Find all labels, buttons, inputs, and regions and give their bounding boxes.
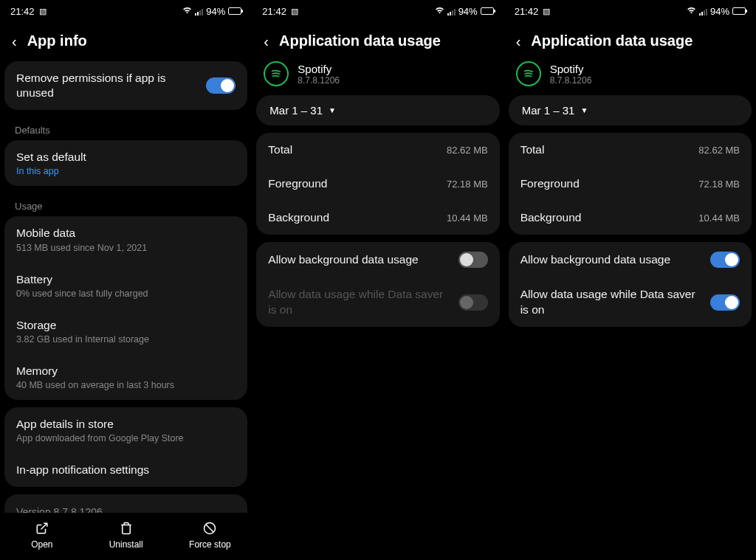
wifi-icon (435, 7, 444, 15)
in-app-notif-label: In-app notification settings (16, 463, 236, 477)
total-label: Total (268, 142, 292, 157)
chevron-down-icon: ▼ (329, 106, 336, 114)
background-label: Background (520, 210, 582, 225)
app-version: 8.7.8.1206 (550, 75, 592, 86)
date-range-label: Mar 1 – 31 (269, 104, 323, 117)
battery-sub: 0% used since last fully charged (16, 288, 236, 299)
total-value: 82.62 MB (447, 145, 488, 156)
usage-section-label: Usage (4, 193, 247, 216)
defaults-section-label: Defaults (4, 117, 247, 140)
status-bar: 21:42 ▧ 94% (0, 0, 252, 22)
app-identity: Spotify 8.7.8.1206 (252, 61, 504, 95)
total-label: Total (520, 142, 545, 157)
in-app-notif-row[interactable]: In-app notification settings (4, 453, 247, 487)
battery-pct: 94% (458, 6, 478, 17)
set-default-label: Set as default (16, 150, 236, 165)
force-stop-icon (203, 520, 216, 536)
image-icon: ▧ (543, 7, 550, 16)
app-identity: Spotify 8.7.8.1206 (504, 61, 756, 95)
page-title: Application data usage (279, 32, 441, 49)
screen-data-usage-off: 21:42 ▧ 94% ‹ Application data usage Spo… (252, 0, 504, 560)
background-value: 10.44 MB (447, 212, 488, 224)
battery-pct: 94% (206, 6, 225, 17)
allow-bg-row[interactable]: Allow background data usage (256, 242, 499, 277)
foreground-label: Foreground (520, 176, 580, 191)
uninstall-button[interactable]: Uninstall (93, 520, 159, 550)
remove-permissions-row[interactable]: Remove permissions if app is unused (4, 61, 247, 110)
status-time: 21:42 (515, 6, 539, 17)
background-row: Background 10.44 MB (256, 201, 499, 235)
memory-sub: 40 MB used on average in last 3 hours (16, 380, 236, 390)
allow-bg-label: Allow background data usage (520, 252, 670, 267)
date-range-selector[interactable]: Mar 1 – 31 ▼ (256, 95, 499, 125)
wifi-icon (687, 7, 696, 15)
allow-bg-row[interactable]: Allow background data usage (509, 242, 752, 277)
spotify-icon (516, 61, 541, 86)
uninstall-label: Uninstall (109, 539, 143, 550)
app-version: 8.7.8.1206 (298, 75, 340, 86)
screen-app-info: 21:42 ▧ 94% ‹ App info Remove permission… (0, 0, 252, 560)
open-icon (35, 520, 49, 536)
back-icon[interactable]: ‹ (516, 34, 521, 49)
remove-permissions-toggle[interactable] (206, 77, 236, 94)
version-label: Version 8.7.8.1206 (4, 494, 247, 513)
app-name: Spotify (550, 63, 592, 75)
signal-icon (699, 7, 707, 15)
foreground-row: Foreground 72.18 MB (256, 167, 499, 201)
back-icon[interactable]: ‹ (12, 34, 17, 49)
page-title: Application data usage (531, 32, 693, 49)
status-time: 21:42 (10, 6, 35, 17)
background-label: Background (268, 210, 329, 225)
set-default-sub: In this app (16, 166, 236, 176)
battery-row[interactable]: Battery 0% used since last fully charged (4, 263, 247, 308)
image-icon: ▧ (39, 7, 47, 16)
signal-icon (195, 7, 203, 15)
status-bar: 21:42 ▧ 94% (504, 0, 756, 22)
allow-bg-toggle[interactable] (458, 252, 488, 268)
allow-ds-row[interactable]: Allow data usage while Data saver is on (509, 277, 752, 326)
page-title: App info (27, 32, 87, 49)
app-name: Spotify (298, 63, 340, 75)
page-header: ‹ Application data usage (252, 22, 504, 61)
page-header: ‹ Application data usage (504, 22, 756, 61)
mobile-data-label: Mobile data (16, 226, 236, 241)
allow-ds-label: Allow data usage while Data saver is on (268, 287, 450, 317)
storage-row[interactable]: Storage 3.82 GB used in Internal storage (4, 308, 247, 354)
storage-label: Storage (16, 318, 236, 333)
memory-label: Memory (16, 364, 236, 378)
open-button[interactable]: Open (9, 520, 75, 550)
mobile-data-row[interactable]: Mobile data 513 MB used since Nov 1, 202… (4, 216, 247, 262)
back-icon[interactable]: ‹ (264, 34, 269, 49)
status-time: 21:42 (262, 6, 286, 17)
screen-data-usage-on: 21:42 ▧ 94% ‹ Application data usage Spo… (504, 0, 756, 560)
date-range-selector[interactable]: Mar 1 – 31 ▼ (509, 95, 752, 125)
set-default-row[interactable]: Set as default In this app (4, 140, 247, 186)
svg-line-0 (41, 523, 47, 529)
svg-line-2 (206, 525, 214, 533)
total-value: 82.62 MB (698, 145, 740, 156)
memory-row[interactable]: Memory 40 MB used on average in last 3 h… (4, 354, 247, 400)
spotify-icon (264, 61, 289, 86)
total-row: Total 82.62 MB (256, 133, 499, 167)
remove-permissions-label: Remove permissions if app is unused (16, 71, 199, 100)
allow-bg-toggle[interactable] (710, 252, 740, 268)
status-bar: 21:42 ▧ 94% (252, 0, 504, 22)
background-value: 10.44 MB (698, 212, 740, 224)
chevron-down-icon: ▼ (580, 106, 588, 114)
mobile-data-sub: 513 MB used since Nov 1, 2021 (16, 243, 236, 253)
battery-icon (481, 7, 494, 15)
battery-pct: 94% (710, 6, 729, 17)
battery-label: Battery (16, 272, 236, 287)
force-stop-button[interactable]: Force stop (176, 520, 243, 550)
battery-icon (732, 7, 746, 15)
allow-bg-label: Allow background data usage (268, 252, 418, 267)
foreground-value: 72.18 MB (447, 179, 488, 190)
allow-ds-toggle[interactable] (710, 294, 740, 311)
trash-icon (120, 520, 133, 536)
battery-icon (228, 7, 241, 15)
foreground-value: 72.18 MB (698, 179, 740, 190)
app-details-row[interactable]: App details in store App downloaded from… (4, 407, 247, 453)
allow-ds-label: Allow data usage while Data saver is on (520, 287, 703, 317)
foreground-label: Foreground (268, 176, 327, 191)
image-icon: ▧ (291, 7, 298, 16)
